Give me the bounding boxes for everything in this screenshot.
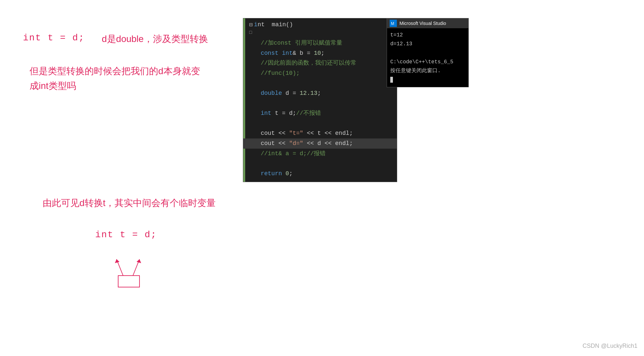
console-popup: M Microsoft Visual Studio t=12 d=12.13 C… — [387, 18, 469, 87]
code-line-12: //int& a = d;//报错 — [243, 149, 397, 159]
text-block2: 但是类型转换的时候会把我们的d本身就变 成int类型吗 — [30, 64, 200, 94]
code-line-4: //func(10); — [243, 68, 397, 78]
code-line-8: int t = d;//不报错 — [243, 108, 397, 118]
func-header-text: nt main() — [258, 21, 293, 28]
console-line-d: d=12.13 — [390, 40, 465, 49]
arrow-diagram — [105, 249, 158, 289]
console-line-anykey: 按任意键关闭此窗口. — [390, 67, 465, 75]
code-line-6: double d = 12.13; — [243, 88, 397, 98]
collapse-icon: ⊟ — [249, 21, 253, 28]
console-output: t=12 d=12.13 C:\code\C++\tets_6_5 按任意键关闭… — [387, 28, 468, 87]
code-line-14: return 0; — [243, 169, 397, 179]
csdn-watermark: CSDN @LuckyRich1 — [583, 343, 637, 349]
code-line-13 — [243, 158, 397, 169]
console-title-text: Microsoft Visual Studio — [399, 21, 446, 26]
svg-rect-4 — [118, 276, 140, 287]
code-text-1: int t = d; — [23, 33, 85, 43]
code-line-3: //因此前面的函数，我们还可以传常 — [243, 58, 397, 68]
line3-text: 由此可见d转换t，其实中间会有个临时变量 — [43, 197, 216, 209]
code-line-9 — [243, 118, 397, 129]
code-line4: int t = d; — [95, 230, 157, 240]
svg-text:M: M — [391, 21, 394, 26]
function-header: ⊟ int main() — [243, 18, 397, 30]
svg-marker-1 — [115, 259, 119, 263]
code-line-11: cout << "d=" << d << endl; — [243, 138, 397, 149]
vs-icon: M — [390, 20, 397, 27]
console-cursor-line — [390, 75, 465, 84]
editor-content: //加const 引用可以赋值常量 const int& b = 10; //因… — [243, 35, 397, 182]
console-line-empty — [390, 49, 465, 57]
keyword-int: i — [254, 21, 258, 28]
code-line-7 — [243, 98, 397, 109]
left-area: int t = d; d是double，涉及类型转换 但是类型转换的时候会把我们… — [0, 0, 240, 356]
console-title-bar: M Microsoft Visual Studio — [387, 18, 468, 28]
console-line-path: C:\code\C++\tets_6_5 — [390, 58, 465, 67]
code-editor: ⊟ int main() □ //加const 引用可以赋值常量 const i… — [243, 18, 397, 182]
code-line1: int t = d; — [23, 33, 85, 43]
line1-description: d是double，涉及类型转换 — [102, 33, 208, 45]
code-line-10: cout << "t=" << t << endl; — [243, 128, 397, 138]
svg-marker-3 — [137, 259, 141, 263]
console-line-t: t=12 — [390, 31, 465, 40]
code-line-1: //加const 引用可以赋值常量 — [243, 38, 397, 48]
console-cursor — [390, 77, 393, 83]
arrow-svg — [105, 249, 158, 289]
code-line-5 — [243, 78, 397, 88]
code-line-2: const int& b = 10; — [243, 48, 397, 58]
collapse-marker: □ — [249, 30, 397, 35]
